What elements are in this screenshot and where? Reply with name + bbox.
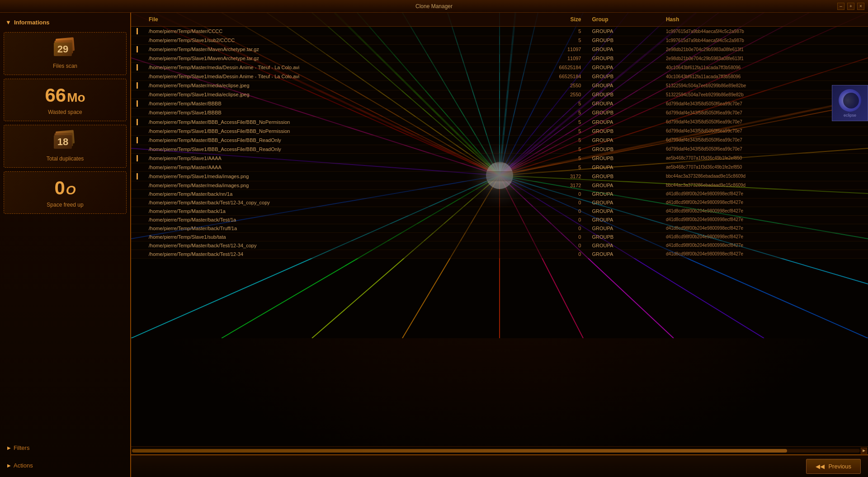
table-row[interactable]: /home/pierre/Temp/Master/back/1a0GROUPAd…: [131, 207, 868, 215]
table-row[interactable]: /home/pierre/Temp/Slave1/BBB_AccessFile/…: [131, 127, 868, 135]
file-path: /home/pierre/Temp/Master/back/Test/12-34…: [143, 241, 511, 250]
table-row[interactable]: /home/pierre/Temp/Master/media/eclipse.j…: [131, 81, 868, 90]
file-size: 5: [511, 127, 586, 135]
file-size: 2550: [511, 90, 586, 99]
table-row[interactable]: /home/pierre/Temp/Master/BBB_AccessFile/…: [131, 117, 868, 127]
file-path: /home/pierre/Temp/Master/BBB_AccessFile/…: [143, 135, 511, 145]
row-marker: [131, 99, 143, 109]
file-group: GROUPA: [586, 181, 660, 189]
files-scan-icon: 29: [54, 38, 76, 58]
table-scroll[interactable]: File Size Group Hash /home/pierre/Temp/M…: [131, 13, 868, 446]
row-marker: [131, 232, 143, 241]
table-row[interactable]: /home/pierre/Temp/Master/back/Test/12-34…: [131, 241, 868, 250]
file-group: GROUPB: [586, 109, 660, 117]
file-group: GROUPA: [586, 215, 660, 224]
eclipse-thumbnail: eclipse: [832, 85, 868, 121]
row-marker: [131, 163, 143, 171]
table-row[interactable]: /home/pierre/Temp/Master/BBB_AccessFile/…: [131, 135, 868, 145]
file-size: 0: [511, 189, 586, 198]
scroll-right-button[interactable]: ▶: [861, 448, 867, 454]
wasted-space-number: 66: [45, 85, 66, 106]
row-marker: [131, 127, 143, 135]
duplicates-icon: 18: [54, 131, 76, 151]
file-path: /home/pierre/Temp/Master/media/images.pn…: [143, 181, 511, 189]
file-group: GROUPA: [586, 63, 660, 72]
eclipse-logo: [839, 89, 861, 112]
file-hash: ae5b468c7707a1f3d36c49b1fe2ef850: [660, 153, 868, 163]
row-marker: [131, 215, 143, 224]
table-row[interactable]: /home/pierre/Temp/Master/CCCC5GROUPA1c99…: [131, 27, 868, 36]
table-row[interactable]: /home/pierre/Temp/Slave1/BBBB5GROUPB6d79…: [131, 109, 868, 117]
wasted-space-unit: Mo: [67, 90, 85, 105]
file-size: 66525184: [511, 72, 586, 81]
file-hash: ae5b468c7707a1f3d36c49b1fe2ef850: [660, 163, 868, 171]
table-row[interactable]: /home/pierre/Temp/Slave1/media/images.pn…: [131, 171, 868, 181]
actions-section[interactable]: ▶ Actions: [4, 458, 127, 473]
file-size: 0: [511, 224, 586, 232]
table-row[interactable]: /home/pierre/Temp/Slave1/sub2/CCCC5GROUP…: [131, 36, 868, 45]
hash-column-header[interactable]: Hash: [660, 13, 868, 27]
file-path: /home/pierre/Temp/Slave1/BBB_AccessFile/…: [143, 145, 511, 153]
file-group: GROUPB: [586, 171, 660, 181]
file-group: GROUPA: [586, 135, 660, 145]
row-marker: [131, 250, 143, 258]
row-marker: [131, 135, 143, 145]
minimize-button[interactable]: –: [837, 3, 844, 10]
table-row[interactable]: /home/pierre/Temp/Master/media/images.pn…: [131, 181, 868, 189]
table-row[interactable]: /home/pierre/Temp/Slave1/media/Dessin An…: [131, 72, 868, 81]
table-row[interactable]: /home/pierre/Temp/Master/back/Test/12-34…: [131, 198, 868, 207]
maximize-button[interactable]: +: [847, 3, 854, 10]
table-row[interactable]: /home/pierre/Temp/Master/AAAA5GROUPAae5b…: [131, 163, 868, 171]
row-marker: [131, 241, 143, 250]
horizontal-scrollbar[interactable]: ▶: [131, 446, 868, 454]
main-container: ▼ Informations 29 Files scan 66 Mo Waste…: [0, 13, 868, 477]
marker-header: [131, 13, 143, 27]
file-path: /home/pierre/Temp/Master/AAAA: [143, 163, 511, 171]
informations-label: Informations: [14, 19, 50, 26]
table-row[interactable]: /home/pierre/Temp/Slave1/MavenArchetype.…: [131, 54, 868, 63]
file-size: 66525184: [511, 63, 586, 72]
file-size: 5: [511, 163, 586, 171]
group-column-header[interactable]: Group: [586, 13, 660, 27]
scrollbar-track[interactable]: [132, 449, 860, 453]
table-row[interactable]: /home/pierre/Temp/Master/media/Dessin An…: [131, 63, 868, 72]
table-row[interactable]: /home/pierre/Temp/Slave1/media/eclipse.j…: [131, 90, 868, 99]
file-hash: d41d8cd98f00b204e9800998ecf8427e: [660, 207, 868, 215]
row-marker: [131, 27, 143, 36]
file-path: /home/pierre/Temp/Master/MavenArchetype.…: [143, 45, 511, 54]
file-hash: 6d799daf4e343f58d5050f6ea99c70e7: [660, 135, 868, 145]
table-row[interactable]: /home/pierre/Temp/Master/back/nn/1a0GROU…: [131, 189, 868, 198]
table-row[interactable]: /home/pierre/Temp/Master/back/Test/12-34…: [131, 250, 868, 258]
size-column-header[interactable]: Size: [511, 13, 586, 27]
table-row[interactable]: /home/pierre/Temp/Slave1/AAAA5GROUPBae5b…: [131, 153, 868, 163]
filters-section[interactable]: ▶ Filters: [4, 440, 127, 456]
file-hash: 1c997615d7a9bb44aeca5f4c5c2a987b: [660, 36, 868, 45]
scrollbar-thumb[interactable]: [132, 449, 787, 453]
file-group: GROUPB: [586, 145, 660, 153]
table-row[interactable]: /home/pierre/Temp/Master/back/Test/1a0GR…: [131, 215, 868, 224]
file-path: /home/pierre/Temp/Slave1/MavenArchetype.…: [143, 54, 511, 63]
table-row[interactable]: /home/pierre/Temp/Master/BBBB5GROUPA6d79…: [131, 99, 868, 109]
row-marker: [131, 181, 143, 189]
file-group: GROUPA: [586, 45, 660, 54]
file-hash: d41d8cd98f00b204e9800998ecf8427e: [660, 224, 868, 232]
file-path: /home/pierre/Temp/Master/back/1a: [143, 207, 511, 215]
table-row[interactable]: /home/pierre/Temp/Slave1/BBB_AccessFile/…: [131, 145, 868, 153]
table-row[interactable]: /home/pierre/Temp/Slave1/sub/tata0GROUPB…: [131, 232, 868, 241]
files-scan-card: 29 Files scan: [4, 32, 127, 75]
file-column-header[interactable]: File: [143, 13, 511, 27]
file-hash: bbc44ac3a373286ebadaad9e15c8609d: [660, 171, 868, 181]
close-button[interactable]: ×: [857, 3, 864, 10]
file-hash: 6d799daf4e343f58d5050f6ea99c70e7: [660, 145, 868, 153]
file-hash: bbc44ac3a373286ebadaad9e15c8609d: [660, 181, 868, 189]
sidebar: ▼ Informations 29 Files scan 66 Mo Waste…: [0, 13, 131, 477]
table-row[interactable]: /home/pierre/Temp/Master/back/Truff/1a0G…: [131, 224, 868, 232]
file-hash: 1c997615d7a9bb44aeca5f4c5c2a987b: [660, 27, 868, 36]
file-path: /home/pierre/Temp/Master/back/Test/12-34…: [143, 198, 511, 207]
file-size: 5: [511, 109, 586, 117]
table-row[interactable]: /home/pierre/Temp/Master/MavenArchetype.…: [131, 45, 868, 54]
file-path: /home/pierre/Temp/Master/BBB_AccessFile/…: [143, 117, 511, 127]
table-header-row: File Size Group Hash: [131, 13, 868, 27]
file-table: File Size Group Hash /home/pierre/Temp/M…: [131, 13, 868, 259]
previous-button[interactable]: ◀◀ Previous: [806, 459, 861, 474]
